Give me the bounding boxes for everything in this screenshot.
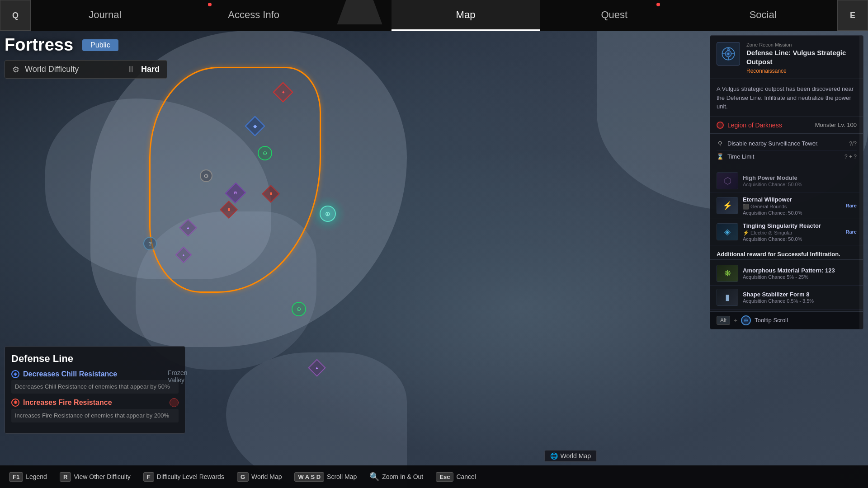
scroll-label: Scroll Map	[327, 473, 357, 480]
reward-info-1: Eternal Willpower ⬛ General Rounds Acqui…	[743, 196, 841, 216]
obj-count-2: ? + ?	[844, 154, 857, 160]
bottom-world-map[interactable]: G World Map	[237, 472, 282, 482]
marker-active-mission[interactable]: ⊕	[310, 196, 346, 232]
marker-red-1[interactable]: ✦	[276, 85, 290, 99]
reward-row-2: ◈ Tingling Singularity Reactor ⚡ Electri…	[710, 219, 863, 245]
additional-name-0: Amorphous Material Pattern: 123	[743, 267, 857, 274]
top-nav: Q Journal Access Info Map Quest Social E	[0, 0, 868, 31]
tab-quest[interactable]: Quest	[540, 0, 689, 31]
view-diff-key: R	[60, 472, 71, 482]
additional-info-1: Shape Stabilizer Form 8 Acquisition Chan…	[743, 291, 857, 304]
zoom-icon: 🔍	[369, 472, 379, 482]
cancel-key: Esc	[436, 472, 453, 482]
marker-gear[interactable]: ⚙	[199, 169, 213, 183]
difficulty-icon: ⚙	[12, 65, 19, 75]
marker-nav-3[interactable]: ▲	[310, 361, 324, 375]
obj-text-2: Time Limit	[727, 153, 841, 160]
view-diff-label: View Other Difficulty	[74, 473, 131, 480]
marker-blue[interactable]: ◆	[248, 119, 262, 133]
world-map-bottom-label: World Map	[251, 473, 282, 480]
reward-info-2: Tingling Singularity Reactor ⚡ Electric …	[743, 222, 841, 242]
cancel-label: Cancel	[456, 473, 476, 480]
additional-img-0: ❋	[717, 265, 738, 282]
additional-reward-label: Additional reward for Successful Infiltr…	[710, 247, 863, 260]
reward-row-1: ⚡ Eternal Willpower ⬛ General Rounds Acq…	[710, 193, 863, 219]
fortress-panel: Fortress Public ⚙ World Difficulty ⏸ Har…	[5, 35, 167, 79]
public-badge: Public	[82, 39, 118, 51]
reward-rarity-1: Rare	[846, 203, 857, 208]
obj-icon-1: ⚲	[717, 140, 724, 147]
fortress-title: Fortress	[5, 35, 73, 55]
alt-key-label: Alt	[717, 316, 730, 325]
mission-panel: Zone Recon Mission Defense Line: Vulgus …	[710, 35, 863, 329]
additional-img-1: ▮	[717, 289, 738, 306]
defense-panel-title: Defense Line	[11, 353, 179, 365]
legend-label: Legend	[26, 473, 47, 480]
mission-faction: Legion of Darkness Monster Lv. 100	[710, 117, 863, 134]
additional-chance-0: Acquisition Chance 5% - 25%	[743, 274, 857, 280]
bottom-diff-rewards[interactable]: F Difficulty Level Rewards	[143, 472, 224, 482]
mission-icon-box	[717, 42, 740, 66]
marker-nav-2[interactable]: ▲	[176, 248, 191, 262]
obj-count-1: ?/?	[849, 141, 857, 147]
tab-map[interactable]: Map	[392, 0, 540, 31]
mission-tag: Reconnaissance	[746, 68, 857, 74]
world-map-button[interactable]: 🌐 World Map	[544, 450, 597, 462]
faction-icon	[717, 122, 724, 129]
chill-desc: Decreases Chill Resistance of enemies th…	[11, 380, 179, 394]
marker-green-1[interactable]: ⊙	[258, 146, 272, 160]
reward-row-0: ⬡ High Power Module Acquisition Chance: …	[710, 169, 863, 193]
defense-panel: Defense Line ◈ Decreases Chill Resistanc…	[5, 346, 185, 434]
reward-rarity-2: Rare	[846, 229, 857, 235]
obj-icon-2: ⌛	[717, 153, 724, 160]
fire-icon: ❋	[11, 399, 19, 407]
obj-text-1: Disable nearby Surveillance Tower.	[727, 140, 845, 147]
reward-name-2: Tingling Singularity Reactor	[743, 222, 841, 229]
objective-row-2: ⌛ Time Limit ? + ?	[717, 150, 857, 163]
mission-objectives: ⚲ Disable nearby Surveillance Tower. ?/?…	[710, 134, 863, 167]
reward-img-2: ◈	[717, 223, 738, 240]
marker-pause-2[interactable]: ⏸	[264, 187, 278, 201]
fire-name: Increases Fire Resistance	[23, 399, 112, 407]
map-area[interactable]: ✦ ⊙ ⊙ ⊕ ⏸ ⏸ ▲	[0, 31, 868, 488]
mission-header: Zone Recon Mission Defense Line: Vulgus …	[710, 36, 863, 79]
marker-pause-1[interactable]: ⏸	[222, 202, 236, 217]
bottom-cancel[interactable]: Esc Cancel	[436, 472, 476, 482]
marker-nav-1[interactable]: ▲	[181, 221, 195, 235]
reward-name-0: High Power Module	[743, 174, 852, 181]
tab-journal[interactable]: Journal	[31, 0, 179, 31]
reward-sub-2: ⚡ Electric ◎ Singular	[743, 230, 841, 236]
marker-mission-r[interactable]: R	[228, 186, 243, 200]
additional-reward-items: ❋ Amorphous Material Pattern: 123 Acquis…	[710, 260, 863, 311]
tooltip-scroll-label: Tooltip Scroll	[755, 317, 788, 324]
additional-info-0: Amorphous Material Pattern: 123 Acquisit…	[743, 267, 857, 280]
tab-access-info[interactable]: Access Info	[179, 0, 328, 31]
reward-info-0: High Power Module Acquisition Chance: 50…	[743, 174, 852, 187]
marker-unknown[interactable]: ?	[143, 236, 157, 251]
rewards-section: ⬡ High Power Module Acquisition Chance: …	[710, 167, 863, 247]
defense-effect-fire: ❋ Increases Fire Resistance Increases Fi…	[11, 398, 179, 422]
zoom-label: Zoom In & Out	[382, 473, 423, 480]
faction-level: Monster Lv. 100	[815, 122, 857, 128]
frozen-valley-label: Frozen Valley	[168, 369, 188, 384]
mission-header-text: Zone Recon Mission Defense Line: Vulgus …	[746, 42, 857, 74]
tab-social[interactable]: Social	[689, 0, 837, 31]
chill-name: Decreases Chill Resistance	[23, 370, 117, 378]
objective-row-1: ⚲ Disable nearby Surveillance Tower. ?/?	[717, 137, 857, 150]
marker-green-2[interactable]: ⊙	[292, 302, 306, 316]
diff-rewards-label: Difficulty Level Rewards	[157, 473, 224, 480]
additional-chance-1: Acquisition Chance 0.5% - 3.5%	[743, 298, 857, 304]
bottom-legend[interactable]: F1 Legend	[9, 472, 47, 482]
difficulty-bar[interactable]: ⚙ World Difficulty ⏸ Hard	[5, 60, 167, 79]
faction-name: Legion of Darkness	[727, 122, 811, 129]
bottom-scroll-map: W A S D Scroll Map	[294, 472, 357, 482]
chill-icon: ◈	[11, 370, 19, 378]
mission-type: Zone Recon Mission	[746, 42, 857, 47]
mission-icon-svg	[721, 46, 736, 61]
nav-dot-left	[208, 3, 212, 6]
bottom-view-difficulty[interactable]: R View Other Difficulty	[60, 472, 131, 482]
additional-name-1: Shape Stabilizer Form 8	[743, 291, 857, 298]
tooltip-scroll-icon: ⊕	[741, 315, 751, 325]
reward-name-1: Eternal Willpower	[743, 196, 841, 203]
nav-key-e: E	[837, 0, 868, 31]
